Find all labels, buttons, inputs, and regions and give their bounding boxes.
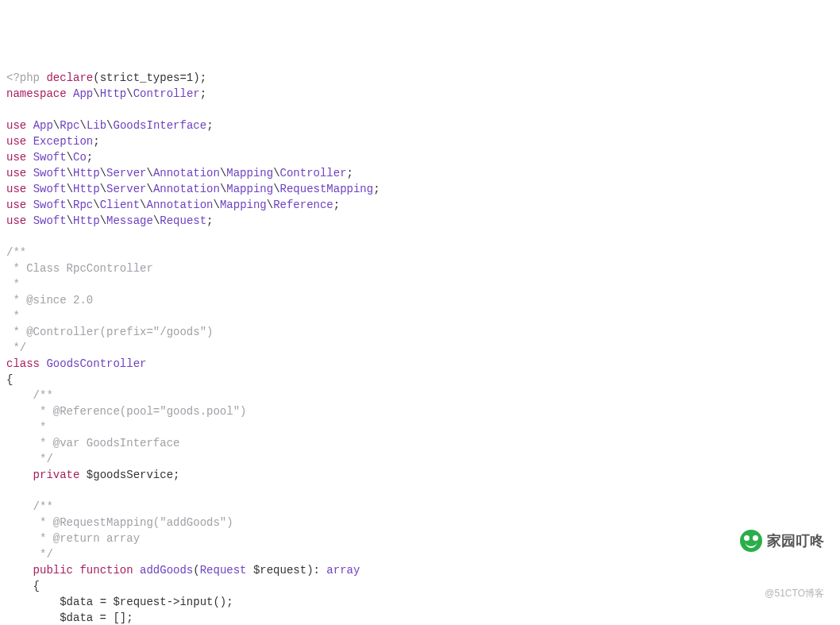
class-keyword: class (6, 357, 40, 370)
docblock-class: /** (6, 246, 26, 259)
watermark-title: 家园叮咚 (767, 533, 824, 549)
declare-keyword: declare (46, 71, 93, 84)
watermark: 家园叮咚 @51CTO博客 (740, 498, 824, 617)
wechat-icon (740, 530, 762, 552)
watermark-subtitle: @51CTO博客 (740, 585, 824, 601)
strict-types: (strict_types=1); (93, 71, 206, 84)
code-block: <?php declare(strict_types=1); namespace… (6, 70, 834, 625)
class-name: GoodsController (46, 357, 146, 370)
public-keyword: public (33, 564, 73, 577)
docblock-property: /** (6, 389, 53, 402)
php-open-tag: <?php (6, 71, 40, 84)
private-keyword: private (33, 469, 80, 481)
namespace-keyword: namespace (6, 87, 67, 100)
function-keyword: function (79, 564, 133, 577)
method-name: addGoods (140, 564, 193, 577)
docblock-method: /** (6, 500, 53, 513)
use-keyword: use (6, 119, 26, 132)
property-name: $goodsService (87, 469, 173, 481)
